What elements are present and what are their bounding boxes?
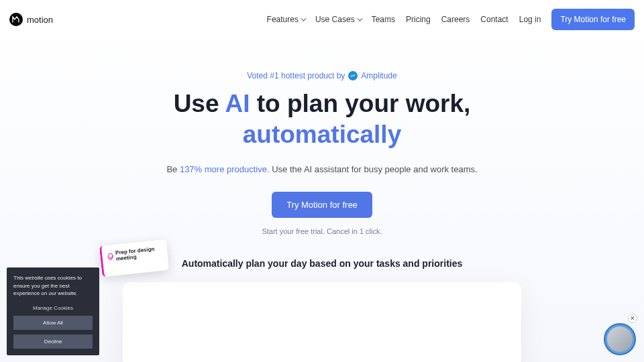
nav-use-cases[interactable]: Use Cases [315,15,361,24]
chevron-down-icon [357,15,362,21]
nav-features[interactable]: Features [267,15,305,24]
cookie-text: This website uses cookies to ensure you … [13,274,93,297]
amplitude-icon [348,71,358,80]
nav-careers[interactable]: Careers [441,15,470,24]
close-icon: ✕ [630,315,635,322]
chevron-down-icon [301,15,306,21]
nav-contact[interactable]: Contact [480,15,508,24]
trial-note: Start your free trial. Cancel in 1 click… [0,227,644,235]
demo-panel [123,282,521,363]
logo-text: motion [27,15,53,25]
logo-icon [9,13,23,26]
task-card-title: Prep for design meeting [115,245,162,262]
manage-cookies-link[interactable]: Manage Cookies [13,305,93,311]
avatar [607,326,633,352]
nav-cta-button[interactable]: Try Motion for free [551,9,635,30]
decline-button[interactable]: Decline [13,335,93,349]
nav-pricing[interactable]: Pricing [406,15,431,24]
nav-links: Features Use Cases Teams Pricing Careers… [267,9,635,30]
voted-text: Voted #1 hottest product by [247,71,345,80]
check-icon [107,253,113,260]
voted-badge: Voted #1 hottest product by Amplitude [0,71,644,80]
voted-brand: Amplitude [361,71,396,80]
nav-login[interactable]: Log in [519,15,541,24]
hero-cta-button[interactable]: Try Motion for free [272,192,372,218]
logo[interactable]: motion [9,13,53,26]
chat-close-button[interactable]: ✕ [628,314,637,323]
headline: Use AI to plan your work, automatically [0,88,644,151]
nav-teams[interactable]: Teams [372,15,395,24]
productivity-link[interactable]: 137% more productive. [180,164,270,174]
cookie-banner: This website uses cookies to ensure you … [7,267,99,355]
chat-widget[interactable] [604,323,636,355]
top-nav: motion Features Use Cases Teams Pricing … [0,0,644,39]
subheadline: Be 137% more productive. Use the AI assi… [0,164,644,174]
section-title: Automatically plan your day based on you… [0,258,644,269]
allow-all-button[interactable]: Allow All [13,316,93,330]
